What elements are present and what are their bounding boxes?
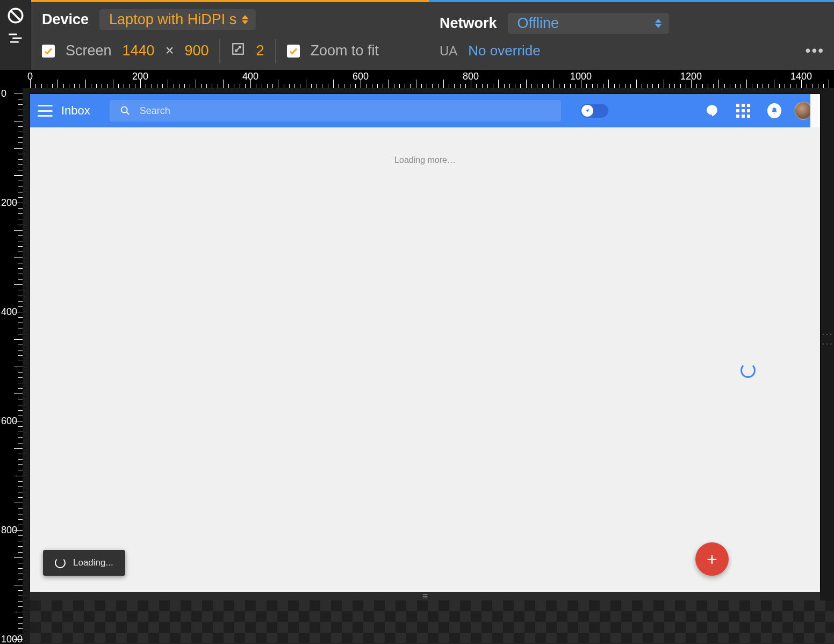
loading-more-text: Loading more… bbox=[394, 155, 456, 165]
plus-icon: + bbox=[707, 549, 717, 570]
inbox-body: Loading more… Loading... + bbox=[30, 127, 820, 592]
ruler-h-label: 400 bbox=[242, 71, 258, 82]
emulated-viewport-area: Inbox Search bbox=[23, 88, 834, 644]
devtools-icon-strip bbox=[0, 0, 31, 70]
ruler-h-label: 1000 bbox=[570, 71, 592, 82]
pin-toggle[interactable] bbox=[580, 104, 608, 118]
zoom-label: Zoom to fit bbox=[311, 42, 379, 59]
select-caret-icon bbox=[655, 19, 662, 28]
screen-checkbox[interactable] bbox=[42, 45, 55, 58]
search-input[interactable]: Search bbox=[110, 100, 561, 121]
loading-toast: Loading... bbox=[43, 550, 125, 576]
hangouts-spinner-icon bbox=[740, 363, 756, 378]
search-placeholder: Search bbox=[140, 105, 170, 117]
device-panel: Device Laptop with HiDPI s Screen 1440 ×… bbox=[31, 0, 429, 70]
screen-label: Screen bbox=[66, 42, 112, 59]
device-label: Device bbox=[42, 11, 89, 28]
spinner-icon bbox=[55, 557, 66, 568]
apps-icon[interactable] bbox=[736, 104, 750, 118]
ruler-v-label: 400 bbox=[1, 306, 17, 318]
ruler-h-label: 800 bbox=[463, 71, 479, 82]
compose-fab[interactable]: + bbox=[695, 542, 729, 576]
ua-value[interactable]: No override bbox=[468, 42, 540, 59]
zoom-checkbox[interactable] bbox=[287, 45, 300, 58]
device-select[interactable]: Laptop with HiDPI s bbox=[99, 9, 256, 30]
devtools-emulation-bar: Device Laptop with HiDPI s Screen 1440 ×… bbox=[31, 0, 834, 70]
ruler-horizontal: 0200400600800100012001400 bbox=[23, 70, 834, 88]
ruler-v-label: 0 bbox=[1, 88, 6, 99]
filter-icon[interactable] bbox=[6, 29, 25, 47]
ruler-h-label: 1400 bbox=[790, 71, 812, 82]
select-caret-icon bbox=[242, 15, 248, 24]
network-panel: Network Offline UA No override ••• bbox=[429, 0, 834, 70]
pin-icon bbox=[581, 105, 593, 117]
ruler-h-label: 0 bbox=[27, 71, 33, 82]
ruler-v-label: 600 bbox=[1, 416, 17, 427]
device-select-value: Laptop with HiDPI s bbox=[109, 11, 236, 28]
ruler-h-label: 600 bbox=[353, 71, 369, 82]
times-icon: × bbox=[166, 42, 174, 59]
ua-label: UA bbox=[440, 44, 457, 59]
toast-text: Loading... bbox=[73, 557, 113, 568]
out-of-bounds-checker bbox=[30, 600, 834, 644]
no-entry-icon[interactable] bbox=[6, 6, 25, 25]
avatar[interactable] bbox=[794, 102, 813, 120]
notifications-icon[interactable] bbox=[767, 104, 781, 118]
separator bbox=[275, 39, 276, 63]
ruler-v-label: 200 bbox=[1, 197, 17, 209]
hamburger-icon[interactable] bbox=[38, 105, 53, 117]
hangouts-icon[interactable] bbox=[705, 104, 719, 118]
more-icon[interactable]: ••• bbox=[806, 42, 824, 59]
svg-line-1 bbox=[11, 11, 20, 20]
svg-point-6 bbox=[121, 107, 127, 113]
ruler-v-label: 1000 bbox=[1, 634, 23, 645]
dpr-icon bbox=[231, 42, 245, 60]
ruler-h-label: 200 bbox=[132, 71, 148, 82]
screen-width[interactable]: 1440 bbox=[123, 42, 155, 59]
resize-handle-bottom[interactable]: ≡ bbox=[30, 592, 820, 600]
emulated-viewport: Inbox Search bbox=[30, 94, 820, 592]
network-label: Network bbox=[440, 15, 497, 32]
separator bbox=[219, 39, 220, 63]
resize-handle-right[interactable]: ⋮⋮ bbox=[821, 329, 834, 348]
inbox-header: Inbox Search bbox=[30, 94, 820, 127]
ruler-v-label: 800 bbox=[1, 525, 17, 536]
network-select[interactable]: Offline bbox=[508, 13, 669, 34]
ruler-h-label: 1200 bbox=[680, 71, 702, 82]
ruler-vertical: 02004006008001000 bbox=[0, 70, 23, 644]
dpr-value[interactable]: 2 bbox=[256, 42, 264, 59]
network-select-value: Offline bbox=[517, 15, 559, 32]
svg-line-7 bbox=[127, 112, 130, 115]
app-title[interactable]: Inbox bbox=[61, 104, 90, 118]
search-icon bbox=[119, 105, 131, 117]
screen-height[interactable]: 900 bbox=[184, 42, 208, 59]
